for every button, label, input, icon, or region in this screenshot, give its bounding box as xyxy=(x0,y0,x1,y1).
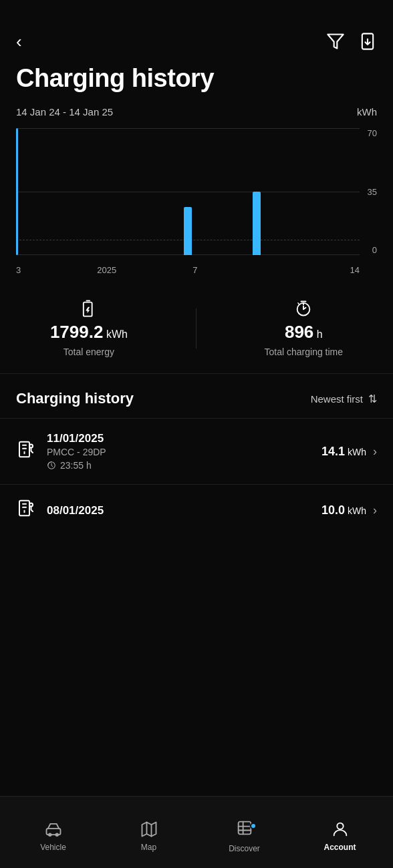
bar-group-3 xyxy=(154,128,223,255)
download-icon[interactable] xyxy=(358,32,377,51)
energy-value: 1799.2 kWh xyxy=(50,322,128,343)
charging-station-icon-0 xyxy=(16,439,36,464)
y-label-0: 0 xyxy=(372,245,377,255)
svg-point-21 xyxy=(337,823,343,829)
nav-item-map[interactable]: Map xyxy=(101,813,196,852)
account-icon xyxy=(331,820,350,839)
entry-right-1: 10.0 kWh › xyxy=(321,503,377,517)
chart-unit: kWh xyxy=(357,106,377,118)
page-title: Charging history xyxy=(0,59,393,106)
history-title: Charging history xyxy=(16,390,134,407)
entry-location-0: PMCC - 29DP xyxy=(47,447,321,457)
chart-area xyxy=(16,128,360,255)
bars-wrapper xyxy=(16,128,360,255)
stat-time: 896 h Total charging time xyxy=(265,299,344,357)
vehicle-icon xyxy=(44,820,63,839)
bar-group-1 xyxy=(16,128,85,255)
entry-right-0: 14.1 kWh › xyxy=(321,445,377,459)
nav-label-vehicle: Vehicle xyxy=(40,843,66,852)
energy-label: Total energy xyxy=(63,347,114,357)
sort-button[interactable]: Newest first ⇅ xyxy=(311,393,377,405)
time-value: 896 h xyxy=(285,322,323,343)
bottom-nav: Vehicle Map Discover Account xyxy=(0,796,393,868)
svg-rect-9 xyxy=(19,501,29,516)
nav-item-vehicle[interactable]: Vehicle xyxy=(5,813,101,852)
entry-duration-0: 23:55 h xyxy=(47,460,321,471)
history-header: Charging history Newest first ⇅ xyxy=(0,374,393,418)
sort-icon: ⇅ xyxy=(368,393,377,405)
bar-3 xyxy=(184,207,192,255)
date-range: 14 Jan 24 - 14 Jan 25 xyxy=(16,106,113,118)
stat-energy: 1799.2 kWh Total energy xyxy=(50,299,128,357)
entry-kwh-1: 10.0 kWh xyxy=(321,503,366,517)
charging-entry-0[interactable]: 11/01/2025 PMCC - 29DP 23:55 h 14.1 kWh … xyxy=(0,418,393,484)
duration-text-0: 23:55 h xyxy=(60,460,92,471)
nav-item-account[interactable]: Account xyxy=(292,813,388,852)
entry-info-0: 11/01/2025 PMCC - 29DP 23:55 h xyxy=(47,432,321,471)
entry-kwh-0: 14.1 kWh xyxy=(321,445,366,459)
header: ‹ xyxy=(0,0,393,59)
charging-station-icon-1 xyxy=(16,498,36,523)
svg-marker-0 xyxy=(328,35,343,49)
chart-container: 70 35 0 3 xyxy=(0,128,393,275)
x-label-3: 3 xyxy=(16,265,21,275)
nav-label-account: Account xyxy=(324,843,356,852)
x-label-14: 14 xyxy=(350,265,360,275)
chart-x-labels: 3 2025 7 14 xyxy=(16,265,360,275)
x-label-7: 7 xyxy=(192,265,197,275)
timer-icon xyxy=(294,299,313,318)
chevron-icon-0: › xyxy=(373,445,377,459)
x-label-2025: 2025 xyxy=(97,265,116,275)
nav-item-discover[interactable]: Discover xyxy=(196,812,292,853)
filter-icon[interactable] xyxy=(326,32,345,51)
bar-group-4 xyxy=(222,128,291,255)
sort-label: Newest first xyxy=(311,393,363,405)
bar-group-2 xyxy=(85,128,154,255)
entry-date-1: 08/01/2025 xyxy=(47,504,321,517)
map-icon xyxy=(140,820,158,839)
y-label-35: 35 xyxy=(368,187,377,197)
date-range-row: 14 Jan 24 - 14 Jan 25 kWh xyxy=(0,106,393,128)
time-label: Total charging time xyxy=(265,347,344,357)
stats-row: 1799.2 kWh Total energy 896 h Total char… xyxy=(0,286,393,374)
back-button[interactable]: ‹ xyxy=(16,33,22,50)
bar-group-5 xyxy=(291,128,360,255)
y-label-70: 70 xyxy=(368,128,377,138)
svg-rect-6 xyxy=(19,441,29,457)
charging-entry-1[interactable]: 08/01/2025 10.0 kWh › xyxy=(0,484,393,536)
battery-icon xyxy=(80,299,98,318)
header-icons xyxy=(326,32,377,51)
nav-label-map: Map xyxy=(141,843,156,852)
entry-date-0: 11/01/2025 xyxy=(47,432,321,445)
entry-info-1: 08/01/2025 xyxy=(47,504,321,517)
svg-rect-17 xyxy=(238,821,251,834)
discover-badge xyxy=(250,823,257,829)
duration-icon-0 xyxy=(47,461,56,470)
stat-divider xyxy=(196,308,196,349)
chart-y-labels: 70 35 0 xyxy=(368,128,377,255)
nav-label-discover: Discover xyxy=(229,844,260,853)
chevron-icon-1: › xyxy=(373,503,377,517)
bar-4 xyxy=(253,192,261,255)
svg-marker-14 xyxy=(142,822,156,836)
